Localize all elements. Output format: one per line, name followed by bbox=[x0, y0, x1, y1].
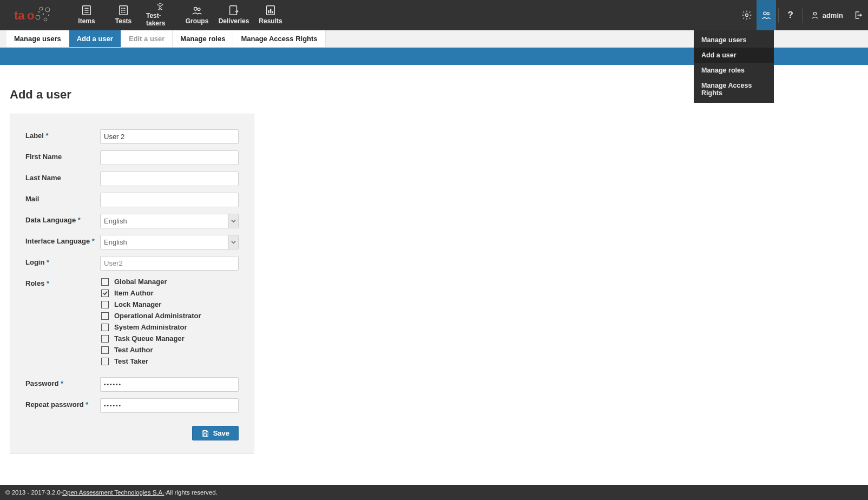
roles-label: Roles * bbox=[25, 277, 101, 287]
interface-language-value: English bbox=[104, 238, 127, 246]
nav-label: Groups bbox=[186, 17, 209, 25]
last-name-input[interactable] bbox=[100, 172, 239, 186]
role-checkbox-item-author[interactable] bbox=[101, 290, 109, 297]
svg-point-6 bbox=[48, 15, 49, 16]
mail-label: Mail bbox=[25, 193, 100, 203]
data-language-label: Data Language * bbox=[25, 214, 100, 224]
password-label: Password * bbox=[25, 377, 100, 387]
data-language-value: English bbox=[104, 217, 127, 225]
label-label: Label * bbox=[25, 129, 100, 140]
dropdown-manage-roles[interactable]: Manage roles bbox=[694, 63, 774, 78]
logout-button[interactable] bbox=[849, 0, 868, 30]
nav-items[interactable]: Items bbox=[68, 0, 105, 30]
chevron-down-icon bbox=[228, 214, 238, 228]
svg-rect-32 bbox=[203, 430, 206, 432]
footer-org-link[interactable]: Open Assessment Technologies S.A. bbox=[62, 489, 164, 496]
topbar: ta o Items Tests Test-takers Groups Deli… bbox=[0, 0, 868, 30]
role-label: Task Queue Manager bbox=[114, 334, 185, 343]
tab-edit-user: Edit a user bbox=[121, 30, 173, 47]
footer-version: 3.2.0 bbox=[47, 489, 61, 496]
save-icon bbox=[201, 430, 209, 437]
role-label: Item Author bbox=[114, 289, 153, 297]
gear-icon bbox=[741, 10, 752, 21]
role-label: Global Manager bbox=[114, 278, 167, 286]
svg-point-2 bbox=[36, 15, 40, 19]
svg-point-28 bbox=[745, 14, 748, 17]
role-item: Global Manager bbox=[101, 278, 239, 286]
role-label: System Administrator bbox=[114, 323, 187, 331]
settings-button[interactable] bbox=[737, 0, 757, 30]
svg-rect-23 bbox=[230, 6, 237, 15]
users-button[interactable] bbox=[757, 0, 776, 30]
first-name-label: First Name bbox=[25, 150, 100, 161]
svg-text:o: o bbox=[27, 9, 34, 22]
save-button[interactable]: Save bbox=[192, 426, 239, 440]
svg-point-29 bbox=[764, 12, 766, 15]
tab-add-user[interactable]: Add a user bbox=[69, 30, 121, 47]
help-button[interactable]: ? bbox=[781, 0, 800, 30]
role-checkbox-operational-admin[interactable] bbox=[101, 312, 109, 320]
login-input[interactable] bbox=[100, 256, 239, 271]
user-icon bbox=[811, 11, 819, 19]
first-name-input[interactable] bbox=[100, 150, 239, 165]
interface-language-select[interactable]: English bbox=[100, 235, 239, 249]
nav-tests[interactable]: Tests bbox=[105, 0, 142, 30]
mail-input[interactable] bbox=[100, 193, 239, 207]
user-name: admin bbox=[823, 11, 843, 19]
svg-rect-25 bbox=[268, 10, 269, 14]
password-input[interactable] bbox=[100, 377, 239, 392]
svg-point-14 bbox=[121, 8, 122, 9]
nav-groups[interactable]: Groups bbox=[179, 0, 215, 30]
chevron-down-icon bbox=[228, 235, 238, 249]
nav-label: Items bbox=[78, 17, 95, 25]
role-checkbox-test-author[interactable] bbox=[101, 346, 109, 354]
role-item: Test Author bbox=[101, 346, 239, 354]
tab-manage-users[interactable]: Manage users bbox=[6, 30, 69, 47]
role-checkbox-task-queue-manager[interactable] bbox=[101, 335, 109, 343]
label-input[interactable] bbox=[100, 129, 239, 144]
dropdown-manage-users[interactable]: Manage users bbox=[694, 32, 774, 48]
interface-language-label: Interface Language * bbox=[25, 235, 100, 245]
user-menu-button[interactable]: admin bbox=[805, 0, 849, 30]
svg-point-5 bbox=[38, 11, 40, 12]
nav-label: Deliveries bbox=[219, 17, 249, 25]
role-checkbox-system-admin[interactable] bbox=[101, 324, 109, 331]
role-checkbox-global-manager[interactable] bbox=[101, 278, 109, 286]
nav-label: Tests bbox=[115, 17, 131, 25]
roles-list: Global Manager Item Author Lock Manager … bbox=[101, 277, 239, 365]
role-checkbox-lock-manager[interactable] bbox=[101, 301, 109, 308]
svg-point-3 bbox=[44, 18, 47, 21]
role-checkbox-test-taker[interactable] bbox=[101, 358, 109, 365]
svg-point-0 bbox=[40, 7, 43, 10]
svg-point-22 bbox=[198, 8, 200, 11]
svg-text:ta: ta bbox=[14, 9, 25, 22]
nav-deliveries[interactable]: Deliveries bbox=[215, 0, 252, 30]
content: Add a user Label * First Name Last Name … bbox=[0, 65, 868, 486]
tab-manage-roles[interactable]: Manage roles bbox=[173, 30, 233, 47]
users-dropdown: Manage users Add a user Manage roles Man… bbox=[694, 30, 774, 103]
nav-label: Test-takers bbox=[146, 12, 174, 27]
role-item: Task Queue Manager bbox=[101, 334, 239, 343]
svg-point-4 bbox=[43, 14, 44, 15]
nav-test-takers[interactable]: Test-takers bbox=[142, 0, 179, 30]
nav-label: Results bbox=[259, 17, 282, 25]
tab-manage-access[interactable]: Manage Access Rights bbox=[233, 30, 325, 47]
svg-point-20 bbox=[159, 6, 161, 9]
topbar-right: ? admin bbox=[737, 0, 868, 30]
svg-point-31 bbox=[813, 12, 816, 15]
svg-rect-26 bbox=[270, 9, 271, 13]
dropdown-add-user[interactable]: Add a user bbox=[694, 48, 774, 63]
svg-rect-33 bbox=[203, 433, 206, 436]
svg-point-21 bbox=[194, 8, 198, 11]
footer-rights: All rights reserved. bbox=[166, 489, 218, 496]
repeat-password-input[interactable] bbox=[100, 398, 239, 413]
dropdown-manage-access[interactable]: Manage Access Rights bbox=[694, 78, 774, 101]
svg-rect-27 bbox=[272, 11, 273, 14]
data-language-select[interactable]: English bbox=[100, 214, 239, 228]
footer-copyright: © 2013 - 2017 bbox=[5, 489, 45, 496]
login-label: Login * bbox=[25, 256, 100, 266]
role-item: Lock Manager bbox=[101, 300, 239, 308]
role-item: System Administrator bbox=[101, 323, 239, 331]
logo: ta o bbox=[0, 0, 68, 30]
nav-results[interactable]: Results bbox=[252, 0, 289, 30]
